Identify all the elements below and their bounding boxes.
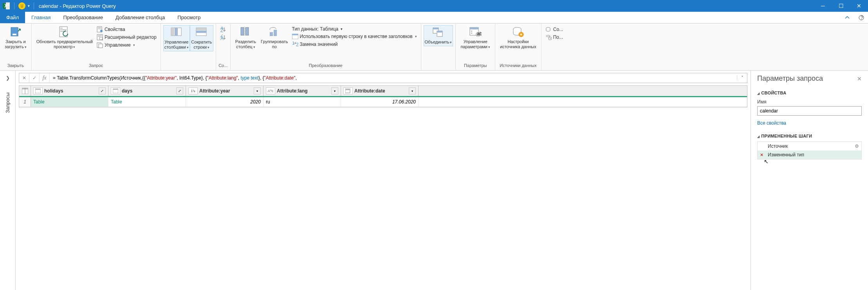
close-and-load-button[interactable]: Закрыть и загрузить: [2, 25, 29, 51]
applied-steps-header[interactable]: ПРИМЕНЕННЫЕ ШАГИ: [757, 134, 862, 138]
svg-rect-50: [437, 31, 442, 33]
formula-bar: ✕ ✓ fx = Table.TransformColumnTypes(Исто…: [19, 73, 747, 83]
caption-buttons: ─ ☐ ✕: [814, 0, 868, 12]
cell-date[interactable]: 17.06.2020: [341, 97, 419, 107]
formula-fx-icon[interactable]: fx: [40, 73, 50, 83]
split-column-icon: [239, 26, 252, 38]
recent-icon: [545, 34, 552, 40]
sort-asc-button[interactable]: AZ: [218, 26, 228, 33]
tab-view[interactable]: Просмотр: [171, 12, 207, 23]
replace-values-button[interactable]: 12 Замена значений: [291, 41, 419, 48]
svg-text:A: A: [220, 36, 224, 40]
column-header-date[interactable]: Attribute:date ▾: [341, 86, 419, 96]
ribbon-group-params: abc Управление параметрами Параметры: [456, 24, 495, 70]
column-header-holidays[interactable]: holidays ⤢: [31, 86, 108, 96]
expand-queries-icon[interactable]: ❯: [6, 75, 10, 81]
pane-close-icon[interactable]: ✕: [857, 76, 862, 82]
expand-column-icon[interactable]: ⤢: [176, 87, 183, 94]
svg-rect-22: [98, 35, 102, 36]
ribbon-tabs: Файл Главная Преобразование Добавление с…: [0, 12, 868, 24]
svg-rect-41: [270, 32, 273, 36]
expand-column-icon[interactable]: ⤢: [99, 87, 106, 94]
query-name-input[interactable]: [757, 106, 862, 116]
maximize-button[interactable]: ☐: [832, 0, 850, 12]
type-number-icon: 1²₃: [188, 87, 198, 94]
filter-dropdown-icon[interactable]: ▾: [409, 87, 416, 94]
row-number-header[interactable]: [19, 86, 31, 96]
column-header-year[interactable]: 1²₃ Attribute:year ▾: [186, 86, 263, 96]
data-source-settings-button[interactable]: Настройки источника данных: [498, 25, 539, 50]
cell-days[interactable]: Table: [108, 97, 186, 107]
svg-rect-42: [274, 30, 277, 36]
excel-icon: X: [2, 2, 10, 10]
split-column-button[interactable]: Разделить столбец: [233, 25, 258, 51]
svg-rect-48: [433, 28, 439, 29]
properties-section-header[interactable]: СВОЙСТВА: [757, 91, 862, 95]
ribbon-group-combine: Объединить: [421, 24, 456, 70]
svg-point-61: [546, 35, 550, 37]
smiley-icon[interactable]: [18, 2, 25, 9]
step-source[interactable]: Источник ⚙: [758, 142, 861, 150]
svg-text:?: ?: [861, 15, 863, 20]
cell-lang[interactable]: ru: [263, 97, 341, 107]
tab-transform[interactable]: Преобразование: [57, 12, 109, 23]
advanced-editor-button[interactable]: Расширенный редактор: [95, 34, 158, 41]
minimize-button[interactable]: ─: [814, 0, 832, 12]
ribbon-group-sort: AZ ZA Со...: [216, 24, 231, 70]
column-header-lang[interactable]: Aᴮc Attribute:lang ▾: [263, 86, 341, 96]
ribbon-group-columns: Управление столбцами Сократить строки: [161, 24, 216, 70]
smiley-dropdown[interactable]: ▾: [28, 4, 30, 8]
tab-add-column[interactable]: Добавление столбца: [109, 12, 171, 23]
svg-rect-38: [241, 27, 244, 35]
manage-button[interactable]: Управление: [95, 42, 158, 49]
cell-year[interactable]: 2020: [186, 97, 263, 107]
close-button[interactable]: ✕: [850, 0, 868, 12]
column-header-days[interactable]: days ⤢: [108, 86, 186, 96]
new-source-button[interactable]: Со...: [544, 26, 565, 33]
svg-rect-18: [98, 27, 101, 28]
new-source-icon: [545, 26, 552, 33]
step-label: Измененный тип: [768, 152, 804, 158]
svg-rect-30: [175, 28, 178, 36]
cell-holidays[interactable]: Table: [31, 97, 108, 107]
first-row-headers-button[interactable]: Использовать первую строку в качестве за…: [291, 33, 419, 40]
reduce-rows-button[interactable]: Сократить строки: [190, 25, 213, 51]
formula-expand-icon[interactable]: ˅: [737, 75, 747, 81]
manage-params-button[interactable]: abc Управление параметрами: [458, 25, 493, 51]
svg-point-20: [100, 30, 103, 32]
collapse-ribbon-icon[interactable]: [840, 12, 855, 23]
svg-rect-33: [196, 31, 206, 33]
row-number[interactable]: 1: [19, 97, 31, 107]
table-row[interactable]: 1 Table Table 2020 ru 17.06.2020: [19, 97, 747, 107]
sort-desc-button[interactable]: ZA: [218, 34, 228, 41]
filter-dropdown-icon[interactable]: ▾: [331, 87, 338, 94]
formula-cancel-icon[interactable]: ✕: [19, 73, 29, 83]
step-changed-type[interactable]: ✕ Измененный тип ↖: [758, 150, 861, 159]
center-panel: ✕ ✓ fx = Table.TransformColumnTypes(Исто…: [16, 71, 751, 290]
merge-queries-button[interactable]: Объединить: [424, 25, 453, 46]
group-by-button[interactable]: Группировать по: [258, 25, 291, 50]
all-properties-link[interactable]: Все свойства: [757, 120, 786, 126]
delete-step-icon[interactable]: ✕: [760, 152, 765, 158]
tab-file[interactable]: Файл: [0, 12, 25, 23]
queries-panel-collapsed[interactable]: ❯ Запросы: [0, 71, 16, 290]
ribbon: Закрыть и загрузить Закрыть Обновить пре…: [0, 24, 868, 71]
group-label-newquery: [544, 63, 565, 70]
query-settings-pane: Параметры запроса ✕ СВОЙСТВА Имя Все сво…: [751, 71, 868, 290]
filter-dropdown-icon[interactable]: ▾: [254, 87, 261, 94]
help-icon[interactable]: ?: [855, 12, 868, 23]
properties-button[interactable]: Свойства: [95, 26, 158, 33]
formula-input[interactable]: = Table.TransformColumnTypes(Источник,{{…: [50, 75, 737, 81]
manage-columns-button[interactable]: Управление столбцами: [163, 25, 190, 51]
close-load-icon: [9, 26, 22, 38]
formula-accept-icon[interactable]: ✓: [29, 73, 40, 83]
refresh-preview-button[interactable]: Обновить предварительный просмотр: [34, 25, 95, 51]
step-gear-icon[interactable]: ⚙: [855, 143, 859, 149]
ribbon-group-sources: Настройки источника данных Источники дан…: [495, 24, 541, 70]
data-type-button[interactable]: Тип данных: Таблица▾: [291, 26, 419, 32]
tab-home[interactable]: Главная: [25, 12, 57, 23]
svg-rect-29: [171, 28, 174, 36]
recent-sources-button[interactable]: По...: [544, 34, 565, 41]
app-body: ❯ Запросы ✕ ✓ fx = Table.TransformColumn…: [0, 71, 868, 290]
type-table-icon: [111, 87, 120, 94]
